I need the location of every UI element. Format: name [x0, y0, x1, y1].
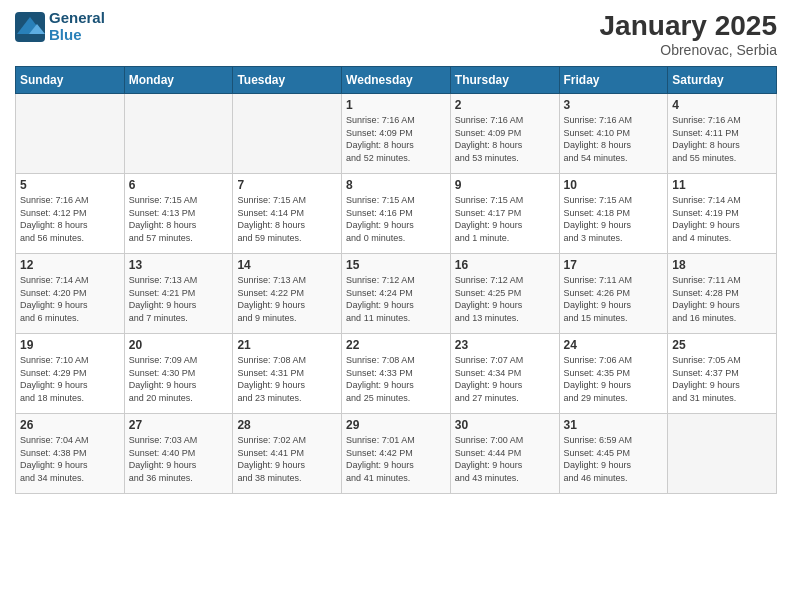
calendar-cell: 9Sunrise: 7:15 AM Sunset: 4:17 PM Daylig… [450, 174, 559, 254]
calendar-cell: 7Sunrise: 7:15 AM Sunset: 4:14 PM Daylig… [233, 174, 342, 254]
weekday-header: Saturday [668, 67, 777, 94]
day-number: 21 [237, 338, 337, 352]
day-info: Sunrise: 7:01 AM Sunset: 4:42 PM Dayligh… [346, 434, 446, 484]
day-info: Sunrise: 6:59 AM Sunset: 4:45 PM Dayligh… [564, 434, 664, 484]
day-info: Sunrise: 7:15 AM Sunset: 4:16 PM Dayligh… [346, 194, 446, 244]
day-info: Sunrise: 7:11 AM Sunset: 4:26 PM Dayligh… [564, 274, 664, 324]
calendar-cell: 13Sunrise: 7:13 AM Sunset: 4:21 PM Dayli… [124, 254, 233, 334]
day-number: 7 [237, 178, 337, 192]
calendar-cell: 5Sunrise: 7:16 AM Sunset: 4:12 PM Daylig… [16, 174, 125, 254]
day-number: 18 [672, 258, 772, 272]
calendar-cell [16, 94, 125, 174]
day-number: 2 [455, 98, 555, 112]
calendar-cell: 21Sunrise: 7:08 AM Sunset: 4:31 PM Dayli… [233, 334, 342, 414]
day-number: 26 [20, 418, 120, 432]
day-info: Sunrise: 7:08 AM Sunset: 4:33 PM Dayligh… [346, 354, 446, 404]
day-info: Sunrise: 7:13 AM Sunset: 4:22 PM Dayligh… [237, 274, 337, 324]
calendar-week-row: 5Sunrise: 7:16 AM Sunset: 4:12 PM Daylig… [16, 174, 777, 254]
calendar-cell: 14Sunrise: 7:13 AM Sunset: 4:22 PM Dayli… [233, 254, 342, 334]
calendar-cell: 29Sunrise: 7:01 AM Sunset: 4:42 PM Dayli… [342, 414, 451, 494]
calendar-cell: 19Sunrise: 7:10 AM Sunset: 4:29 PM Dayli… [16, 334, 125, 414]
day-info: Sunrise: 7:06 AM Sunset: 4:35 PM Dayligh… [564, 354, 664, 404]
day-number: 13 [129, 258, 229, 272]
day-number: 31 [564, 418, 664, 432]
calendar-cell: 22Sunrise: 7:08 AM Sunset: 4:33 PM Dayli… [342, 334, 451, 414]
calendar-cell: 2Sunrise: 7:16 AM Sunset: 4:09 PM Daylig… [450, 94, 559, 174]
calendar-week-row: 19Sunrise: 7:10 AM Sunset: 4:29 PM Dayli… [16, 334, 777, 414]
month-title: January 2025 [600, 10, 777, 42]
calendar-week-row: 26Sunrise: 7:04 AM Sunset: 4:38 PM Dayli… [16, 414, 777, 494]
location: Obrenovac, Serbia [600, 42, 777, 58]
day-info: Sunrise: 7:16 AM Sunset: 4:11 PM Dayligh… [672, 114, 772, 164]
day-info: Sunrise: 7:00 AM Sunset: 4:44 PM Dayligh… [455, 434, 555, 484]
weekday-row: SundayMondayTuesdayWednesdayThursdayFrid… [16, 67, 777, 94]
day-number: 24 [564, 338, 664, 352]
day-info: Sunrise: 7:16 AM Sunset: 4:09 PM Dayligh… [346, 114, 446, 164]
calendar-cell [124, 94, 233, 174]
day-number: 28 [237, 418, 337, 432]
day-info: Sunrise: 7:14 AM Sunset: 4:20 PM Dayligh… [20, 274, 120, 324]
calendar-cell: 6Sunrise: 7:15 AM Sunset: 4:13 PM Daylig… [124, 174, 233, 254]
day-info: Sunrise: 7:04 AM Sunset: 4:38 PM Dayligh… [20, 434, 120, 484]
day-number: 20 [129, 338, 229, 352]
calendar-cell: 24Sunrise: 7:06 AM Sunset: 4:35 PM Dayli… [559, 334, 668, 414]
day-info: Sunrise: 7:02 AM Sunset: 4:41 PM Dayligh… [237, 434, 337, 484]
day-info: Sunrise: 7:09 AM Sunset: 4:30 PM Dayligh… [129, 354, 229, 404]
calendar-cell: 10Sunrise: 7:15 AM Sunset: 4:18 PM Dayli… [559, 174, 668, 254]
day-number: 19 [20, 338, 120, 352]
title-area: January 2025 Obrenovac, Serbia [600, 10, 777, 58]
calendar-cell: 17Sunrise: 7:11 AM Sunset: 4:26 PM Dayli… [559, 254, 668, 334]
day-info: Sunrise: 7:07 AM Sunset: 4:34 PM Dayligh… [455, 354, 555, 404]
day-number: 16 [455, 258, 555, 272]
calendar-cell: 1Sunrise: 7:16 AM Sunset: 4:09 PM Daylig… [342, 94, 451, 174]
day-info: Sunrise: 7:15 AM Sunset: 4:17 PM Dayligh… [455, 194, 555, 244]
calendar-body: 1Sunrise: 7:16 AM Sunset: 4:09 PM Daylig… [16, 94, 777, 494]
weekday-header: Wednesday [342, 67, 451, 94]
calendar-cell: 4Sunrise: 7:16 AM Sunset: 4:11 PM Daylig… [668, 94, 777, 174]
logo-text: General Blue [49, 10, 105, 43]
day-number: 1 [346, 98, 446, 112]
calendar-week-row: 12Sunrise: 7:14 AM Sunset: 4:20 PM Dayli… [16, 254, 777, 334]
calendar-cell: 20Sunrise: 7:09 AM Sunset: 4:30 PM Dayli… [124, 334, 233, 414]
day-number: 14 [237, 258, 337, 272]
calendar-cell: 25Sunrise: 7:05 AM Sunset: 4:37 PM Dayli… [668, 334, 777, 414]
weekday-header: Tuesday [233, 67, 342, 94]
day-number: 15 [346, 258, 446, 272]
day-number: 30 [455, 418, 555, 432]
calendar-cell: 23Sunrise: 7:07 AM Sunset: 4:34 PM Dayli… [450, 334, 559, 414]
calendar-cell: 15Sunrise: 7:12 AM Sunset: 4:24 PM Dayli… [342, 254, 451, 334]
calendar-cell: 28Sunrise: 7:02 AM Sunset: 4:41 PM Dayli… [233, 414, 342, 494]
day-info: Sunrise: 7:15 AM Sunset: 4:13 PM Dayligh… [129, 194, 229, 244]
day-info: Sunrise: 7:15 AM Sunset: 4:18 PM Dayligh… [564, 194, 664, 244]
calendar-cell [668, 414, 777, 494]
calendar-header: SundayMondayTuesdayWednesdayThursdayFrid… [16, 67, 777, 94]
day-info: Sunrise: 7:12 AM Sunset: 4:24 PM Dayligh… [346, 274, 446, 324]
calendar-page: General Blue January 2025 Obrenovac, Ser… [0, 0, 792, 504]
calendar-cell: 31Sunrise: 6:59 AM Sunset: 4:45 PM Dayli… [559, 414, 668, 494]
calendar-cell: 18Sunrise: 7:11 AM Sunset: 4:28 PM Dayli… [668, 254, 777, 334]
day-info: Sunrise: 7:14 AM Sunset: 4:19 PM Dayligh… [672, 194, 772, 244]
day-info: Sunrise: 7:16 AM Sunset: 4:10 PM Dayligh… [564, 114, 664, 164]
day-info: Sunrise: 7:10 AM Sunset: 4:29 PM Dayligh… [20, 354, 120, 404]
logo: General Blue [15, 10, 105, 43]
day-number: 23 [455, 338, 555, 352]
day-info: Sunrise: 7:15 AM Sunset: 4:14 PM Dayligh… [237, 194, 337, 244]
day-info: Sunrise: 7:03 AM Sunset: 4:40 PM Dayligh… [129, 434, 229, 484]
day-number: 6 [129, 178, 229, 192]
weekday-header: Friday [559, 67, 668, 94]
calendar-cell [233, 94, 342, 174]
day-number: 3 [564, 98, 664, 112]
weekday-header: Sunday [16, 67, 125, 94]
calendar-cell: 11Sunrise: 7:14 AM Sunset: 4:19 PM Dayli… [668, 174, 777, 254]
logo-icon [15, 12, 45, 42]
day-number: 11 [672, 178, 772, 192]
day-number: 4 [672, 98, 772, 112]
header: General Blue January 2025 Obrenovac, Ser… [15, 10, 777, 58]
weekday-header: Monday [124, 67, 233, 94]
day-info: Sunrise: 7:16 AM Sunset: 4:09 PM Dayligh… [455, 114, 555, 164]
calendar-cell: 26Sunrise: 7:04 AM Sunset: 4:38 PM Dayli… [16, 414, 125, 494]
calendar-cell: 12Sunrise: 7:14 AM Sunset: 4:20 PM Dayli… [16, 254, 125, 334]
day-number: 9 [455, 178, 555, 192]
day-number: 12 [20, 258, 120, 272]
day-info: Sunrise: 7:05 AM Sunset: 4:37 PM Dayligh… [672, 354, 772, 404]
